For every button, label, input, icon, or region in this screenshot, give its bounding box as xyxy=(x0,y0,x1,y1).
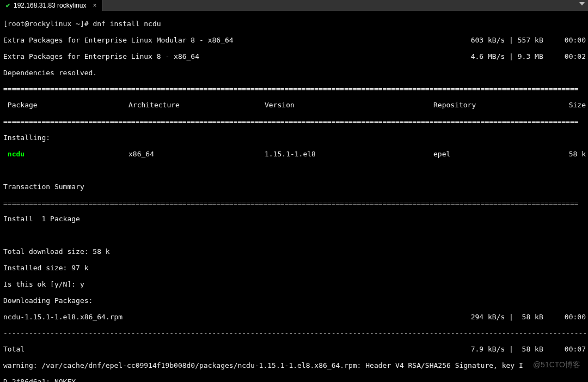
pkg-row: ncdux86_641.15.1-1.el8epel58 k xyxy=(3,150,586,159)
rule-dash: ----------------------------------------… xyxy=(3,330,586,338)
rule: ========================================… xyxy=(3,85,586,93)
check-icon: ✔ xyxy=(5,2,10,9)
title-bar: ✔ 192.168.31.83 rockylinux × xyxy=(0,0,588,11)
command: dnf install ncdu xyxy=(93,20,161,28)
warning-line: D 2f86d6a1: NOKEY xyxy=(3,378,586,382)
downloading-label: Downloading Packages: xyxy=(3,297,586,305)
download-row: ncdu-1.15.1-1.el8.x86_64.rpm294 kB/s | 5… xyxy=(3,313,586,322)
summary-line: Install 1 Package xyxy=(3,215,586,223)
terminal[interactable]: [root@rockylinux ~]# dnf install ncdu Ex… xyxy=(0,11,588,382)
tab-title: 192.168.31.83 rockylinux xyxy=(14,2,86,9)
session-tab[interactable]: ✔ 192.168.31.83 rockylinux × xyxy=(0,0,102,11)
dropdown-icon[interactable] xyxy=(579,2,585,5)
total-row: Total7.9 kB/s | 58 kB 00:07 xyxy=(3,345,586,354)
rule: ========================================… xyxy=(3,199,586,208)
repo-fetch-row: Extra Packages for Enterprise Linux 8 - … xyxy=(3,53,586,61)
close-icon[interactable]: × xyxy=(93,2,96,9)
pkg-table-header: PackageArchitectureVersionRepositorySize xyxy=(3,101,586,110)
shell-prompt: [root@rockylinux ~]# xyxy=(3,20,89,28)
installing-label: Installing: xyxy=(3,134,586,142)
rule: ========================================… xyxy=(3,118,586,126)
confirm-prompt: Is this ok [y/N]: y xyxy=(3,281,586,289)
warning-line: warning: /var/cache/dnf/epel-cc09914f19b… xyxy=(3,362,586,370)
summary-title: Transaction Summary xyxy=(3,183,586,191)
pkg-name: ncdu xyxy=(3,150,128,159)
repo-fetch-row: Extra Packages for Enterprise Linux Modu… xyxy=(3,37,586,45)
inst-size: Installed size: 97 k xyxy=(3,264,586,272)
deps-line: Dependencies resolved. xyxy=(3,69,586,77)
dl-size: Total download size: 58 k xyxy=(3,248,586,256)
